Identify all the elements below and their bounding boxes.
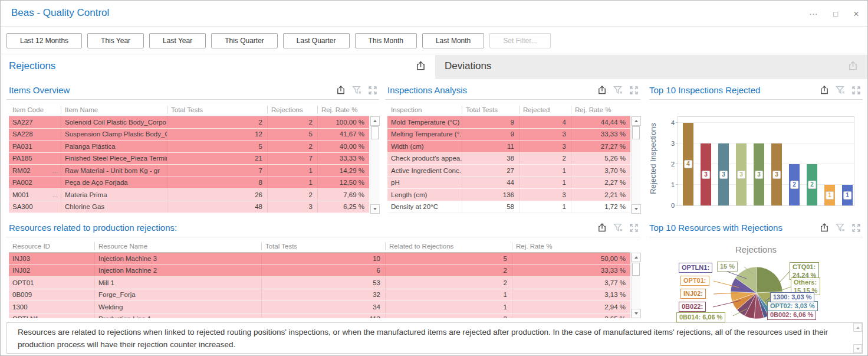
table-cell: 53: [261, 277, 385, 289]
app-window: Beas - Quality Control ... □ × Last 12 M…: [0, 0, 868, 356]
table-cell: 113: [261, 313, 385, 319]
clear-filter-icon[interactable]: [613, 86, 623, 94]
export-icon[interactable]: [597, 223, 607, 233]
column-header[interactable]: Inspection: [387, 106, 462, 114]
set-filter-button[interactable]: Set Filter...: [489, 33, 550, 48]
scroll-up-button[interactable]: [632, 116, 641, 126]
filter-button-last-year[interactable]: Last Year: [149, 33, 206, 48]
table-cell: 3: [519, 141, 571, 152]
table-cell: 33,33 %: [317, 153, 369, 165]
column-header[interactable]: Total Tests: [462, 106, 519, 114]
scroll-up-button[interactable]: [632, 253, 641, 262]
clear-filter-icon[interactable]: [352, 86, 362, 94]
column-header[interactable]: Rej. Rate %: [571, 106, 630, 114]
column-header[interactable]: Rej. Rate %: [512, 242, 630, 250]
table-header-row: Resource IDResource NameTotal TestsRelat…: [9, 240, 630, 253]
vertical-scrollbar[interactable]: [631, 253, 640, 318]
table-cell: 136: [462, 189, 519, 201]
table-row[interactable]: M001...Materia Prima2627,69 %: [9, 189, 369, 201]
table-row[interactable]: PA031Palanga Plástica5240,00 %: [9, 141, 369, 153]
clear-filter-icon[interactable]: [613, 223, 623, 232]
clear-filter-icon[interactable]: [836, 86, 846, 94]
table-row[interactable]: PA002Peça de Aço Forjada8112,50 %: [9, 177, 369, 190]
scroll-up-button[interactable]: [370, 116, 380, 126]
panel-actions: [597, 223, 638, 233]
expand-icon[interactable]: [852, 86, 860, 94]
table-row[interactable]: pH4412,27 %: [387, 177, 630, 190]
table-row[interactable]: SA300Chlorine Gas4836,25 %: [9, 201, 369, 214]
export-icon[interactable]: [416, 60, 426, 71]
table-cell: 2: [167, 116, 267, 128]
table-row[interactable]: Length (cm)13632,21 %: [387, 189, 630, 201]
column-header[interactable]: Resource Name: [94, 242, 261, 250]
table-cell: 9: [462, 129, 519, 141]
table-cell: 2: [519, 153, 571, 165]
table-row[interactable]: SA228Suspension Clamp Plastic Body_Cue..…: [9, 129, 369, 141]
scroll-thumb[interactable]: [632, 126, 640, 139]
expand-icon[interactable]: [630, 224, 638, 232]
tab-rejections[interactable]: Rejections: [1, 55, 435, 79]
table-row[interactable]: INJ03Injection Machine 310550,00 %: [9, 253, 630, 265]
export-icon[interactable]: [820, 85, 829, 95]
table-row[interactable]: Density at 20°C5811,72 %: [387, 201, 630, 214]
table-cell: 27,27 %: [571, 141, 630, 152]
table-cell: Melting Temperature (°...: [387, 129, 462, 141]
filter-button-this-month[interactable]: This Month: [355, 33, 417, 48]
expand-icon[interactable]: [630, 86, 638, 94]
column-header[interactable]: Rej. Rate %: [317, 106, 369, 114]
table-row[interactable]: Check product's appea...3825,26 %: [387, 153, 630, 165]
table-cell: 32: [261, 289, 385, 301]
table-row[interactable]: Melting Temperature (°...9333,33 %: [387, 129, 630, 141]
more-options-button[interactable]: ...: [810, 8, 818, 16]
maximize-button[interactable]: □: [833, 10, 838, 18]
table-row[interactable]: PA185Finished Steel Piece_Pieza Terminad…: [9, 153, 369, 165]
scroll-thumb[interactable]: [632, 263, 640, 276]
scroll-down-button[interactable]: [370, 204, 380, 214]
table-row[interactable]: 1300Welding3412,94 %: [9, 301, 630, 313]
export-icon[interactable]: [336, 85, 346, 95]
y-axis-tick-label: 3: [671, 140, 675, 147]
export-icon[interactable]: [597, 85, 607, 95]
table-cell: 1300: [9, 301, 94, 313]
column-header[interactable]: Rejections: [267, 106, 317, 114]
table-cell: 2,21 %: [571, 189, 630, 201]
scroll-down-button[interactable]: [853, 344, 862, 353]
table-row[interactable]: OPT01Mill 15323,77 %: [9, 277, 630, 289]
filter-button-this-year[interactable]: This Year: [87, 33, 144, 48]
table-row[interactable]: Active Ingredient Conc...2713,70 %: [387, 165, 630, 177]
scroll-thumb[interactable]: [371, 126, 379, 139]
column-header[interactable]: Resource ID: [9, 242, 94, 250]
table-row[interactable]: 0B009Forge_Forja3213,13 %: [9, 289, 630, 302]
close-button[interactable]: ×: [853, 9, 859, 19]
filter-button-this-quarter[interactable]: This Quarter: [211, 33, 278, 48]
table-row[interactable]: RM02...Raw Material - Unit bom Kg - gr71…: [9, 165, 369, 177]
filter-button-last-quarter[interactable]: Last Quarter: [283, 33, 350, 48]
tab-deviations[interactable]: Deviations: [435, 55, 868, 79]
column-header[interactable]: Item Name: [61, 106, 167, 114]
column-header[interactable]: Related to Rejections: [385, 242, 512, 250]
table-row[interactable]: INJ02Injection Machine 26233,33 %: [9, 265, 630, 277]
expand-icon[interactable]: [369, 86, 377, 94]
pie-slice-ctq01[interactable]: [757, 267, 782, 293]
column-header[interactable]: Rejected: [519, 106, 571, 114]
vertical-scrollbar[interactable]: [631, 116, 640, 214]
table-cell: Finished Steel Piece_Pieza Terminad...: [61, 153, 167, 165]
scroll-down-button[interactable]: [632, 204, 641, 214]
vertical-scrollbar[interactable]: [370, 116, 379, 214]
column-header[interactable]: Item Code: [9, 106, 61, 114]
scroll-down-button[interactable]: [632, 309, 641, 318]
vertical-scrollbar[interactable]: [853, 323, 862, 353]
y-axis-tick-label: 4: [671, 119, 675, 126]
scroll-up-button[interactable]: [853, 323, 862, 332]
column-header[interactable]: Total Tests: [261, 242, 385, 250]
table-row[interactable]: OPTLN1Production Line 111332,65 %: [9, 313, 630, 319]
column-header[interactable]: Total Tests: [167, 106, 267, 114]
table-row[interactable]: Width (cm)11327,27 %: [387, 141, 630, 153]
filter-button-last-month[interactable]: Last Month: [422, 33, 484, 48]
panel-actions: [597, 85, 638, 95]
gridline: [678, 122, 854, 123]
export-icon[interactable]: [848, 60, 858, 71]
filter-button-last-12-months[interactable]: Last 12 Months: [6, 33, 82, 48]
table-row[interactable]: Mold Temperature (°C)9444,44 %: [387, 116, 630, 129]
table-row[interactable]: SA227Solenoid Coil Plastic Body_Corpo Pl…: [9, 116, 369, 129]
